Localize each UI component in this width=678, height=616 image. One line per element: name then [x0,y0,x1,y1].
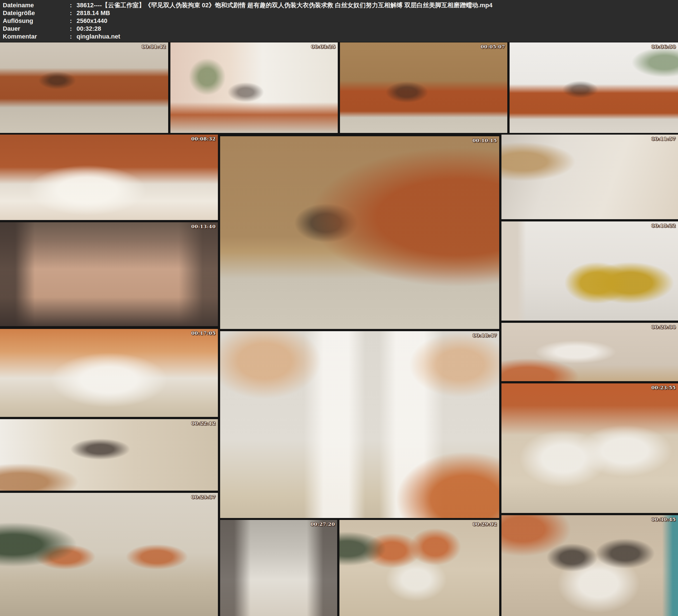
field-separator: : [70,25,77,33]
field-label: Dateiname [3,1,70,9]
thumbnail-timestamp: 00:15:22 [651,223,676,228]
thumbnail-timestamp: 00:25:37 [191,494,216,500]
video-thumbnail: 00:17:05 [0,329,218,417]
field-separator: : [70,9,77,17]
filesize-value: 2818.14 MB [77,9,678,17]
video-thumbnail: 00:22:12 [0,419,218,491]
contact-sheet: 00:01:4200:03:2500:05:0700:06:5000:08:32… [0,0,678,616]
thumbnail-timestamp: 00:18:47 [473,333,497,338]
video-thumbnail: 00:05:07 [340,42,507,133]
thumbnail-timestamp: 00:06:50 [651,44,676,49]
thumbnail-timestamp: 00:20:30 [651,324,676,330]
video-thumbnail: 00:11:57 [501,134,678,219]
field-separator: : [70,17,77,25]
thumbnail-timestamp: 00:17:05 [191,330,216,336]
thumbnail-timestamp: 00:13:40 [191,224,216,229]
thumbnail-timestamp: 00:30:45 [651,516,676,522]
video-thumbnail: 00:01:42 [0,42,168,133]
thumbnail-timestamp: 00:23:55 [651,385,676,390]
thumbnail-timestamp: 00:29:02 [473,521,497,527]
thumbnail-timestamp: 00:05:07 [481,44,505,49]
thumbnail-timestamp: 00:10:15 [473,138,497,143]
file-info-row: Kommentar : qinglanhua.net [3,33,678,40]
file-info-row: Dateigröße : 2818.14 MB [3,9,678,17]
thumbnail-timestamp: 00:27:20 [310,521,335,527]
field-separator: : [70,1,77,9]
thumbnail-timestamp: 00:01:42 [141,44,166,49]
video-thumbnail: 00:06:50 [510,42,678,133]
duration-value: 00:32:28 [77,25,678,33]
field-separator: : [70,33,77,40]
video-thumbnail: 00:13:40 [0,222,218,326]
video-thumbnail: 00:29:02 [339,520,499,616]
filename-value: 38612----【云雀工作室】《罕见双人伪装拘束 02》饱和式剧情 超有趣的双… [77,1,678,9]
video-thumbnail: 00:03:25 [171,42,338,133]
field-label: Auflösung [3,17,70,25]
video-thumbnail: 00:08:32 [0,134,218,220]
thumbnail-timestamp: 00:11:57 [651,136,676,142]
resolution-value: 2560x1440 [77,17,678,25]
thumbnail-timestamp: 00:03:25 [311,44,336,49]
file-info-row: Dauer : 00:32:28 [3,25,678,33]
thumbnail-timestamp: 00:08:32 [191,136,216,142]
field-label: Dateigröße [3,9,70,17]
file-info-row: Dateiname : 38612----【云雀工作室】《罕见双人伪装拘束 02… [3,1,678,9]
video-thumbnail: 00:25:37 [0,493,218,616]
field-label: Kommentar [3,33,70,40]
field-label: Dauer [3,25,70,33]
file-info-header: Dateiname : 38612----【云雀工作室】《罕见双人伪装拘束 02… [0,0,678,42]
video-thumbnail: 00:27:20 [220,520,337,616]
video-thumbnail: 00:18:47 [220,331,499,518]
thumbnail-timestamp: 00:22:12 [191,421,216,426]
video-thumbnail: 00:15:22 [501,222,678,320]
comment-value: qinglanhua.net [77,33,678,40]
video-thumbnail: 00:23:55 [501,383,678,513]
file-info-row: Auflösung : 2560x1440 [3,17,678,25]
video-thumbnail: 00:30:45 [501,515,678,616]
video-thumbnail: 00:10:15 [220,136,499,329]
video-thumbnail: 00:20:30 [501,323,678,381]
